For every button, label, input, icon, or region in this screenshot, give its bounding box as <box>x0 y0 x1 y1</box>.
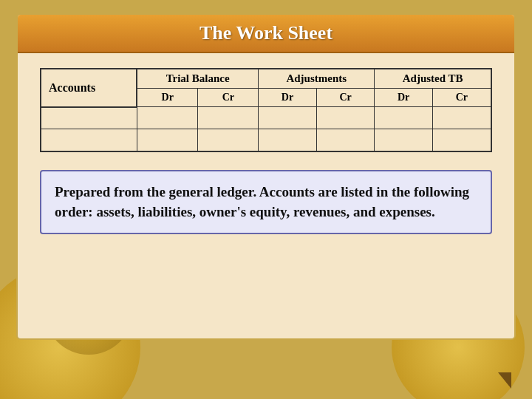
adj-cr-header: Cr <box>316 89 375 107</box>
trial-balance-header: Trial Balance <box>137 69 259 89</box>
info-box: Prepared from the general ledger. Accoun… <box>40 170 492 234</box>
table-row <box>41 129 491 151</box>
table-header-row-1: Accounts Trial Balance Adjustments Adjus… <box>41 69 491 89</box>
tb-cr-header: Cr <box>198 89 259 107</box>
arrow-decoration-icon <box>498 372 511 389</box>
page-title: The Work Sheet <box>33 22 499 44</box>
atb-dr-header: Dr <box>375 89 432 107</box>
table-row <box>41 107 491 129</box>
info-text: Prepared from the general ledger. Accoun… <box>55 182 477 222</box>
adjusted-tb-header: Adjusted TB <box>375 69 491 89</box>
worksheet-table: Accounts Trial Balance Adjustments Adjus… <box>40 68 492 152</box>
adjustments-header: Adjustments <box>259 69 375 89</box>
atb-cr-header: Cr <box>432 89 491 107</box>
content-area: Accounts Trial Balance Adjustments Adjus… <box>18 53 514 338</box>
title-bar: The Work Sheet <box>18 15 514 53</box>
tb-dr-header: Dr <box>137 89 198 107</box>
accounts-header: Accounts <box>41 69 137 107</box>
adj-dr-header: Dr <box>259 89 317 107</box>
main-card: The Work Sheet Accounts Trial Balance Ad… <box>16 13 516 340</box>
